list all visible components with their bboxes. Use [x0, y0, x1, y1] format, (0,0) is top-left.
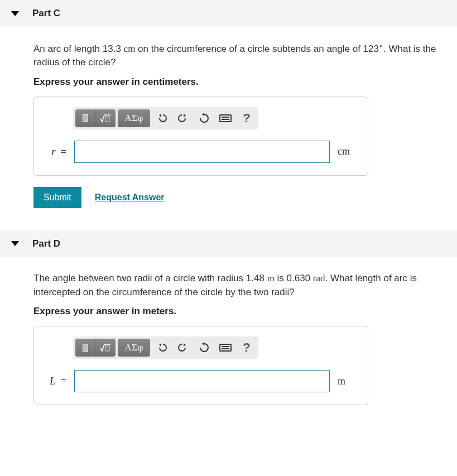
template-rect-icon[interactable]: [75, 109, 95, 127]
part-c-body: An arc of length 13.3 cm on the circumfe…: [0, 27, 457, 230]
help-icon[interactable]: ?: [236, 109, 257, 127]
template-rect-icon[interactable]: [75, 339, 95, 357]
request-answer-link[interactable]: Request Answer: [95, 193, 165, 203]
svg-rect-0: [105, 117, 109, 122]
part-d-body: The angle between two radii of a circle …: [0, 257, 457, 422]
greek-group: ΑΣφ: [118, 339, 150, 357]
templates-group: [75, 109, 116, 127]
action-row: Submit Request Answer: [33, 187, 440, 208]
answer-row: r = cm: [44, 141, 358, 163]
variable-label: L =: [44, 375, 66, 387]
instruction-text: Express your answer in meters.: [33, 306, 440, 317]
templates-group: [75, 339, 116, 357]
greek-symbols-button[interactable]: ΑΣφ: [118, 339, 150, 357]
answer-box: ΑΣφ ? L = m: [33, 326, 368, 405]
template-sqrt-icon[interactable]: [95, 109, 116, 127]
greek-group: ΑΣφ: [118, 109, 150, 127]
unit-label: m: [338, 376, 358, 387]
reset-icon[interactable]: [194, 339, 215, 357]
greek-symbols-button[interactable]: ΑΣφ: [118, 109, 150, 127]
question-text: An arc of length 13.3 cm on the circumfe…: [33, 41, 440, 70]
equation-toolbar: ΑΣφ ?: [73, 107, 258, 129]
submit-button[interactable]: Submit: [33, 187, 81, 208]
answer-input[interactable]: [74, 370, 330, 392]
undo-icon[interactable]: [151, 339, 172, 357]
part-d-header[interactable]: Part D: [0, 230, 457, 257]
keyboard-icon[interactable]: [215, 339, 236, 357]
part-c-header[interactable]: Part C: [0, 0, 457, 27]
reset-icon[interactable]: [194, 109, 215, 127]
help-icon[interactable]: ?: [236, 339, 257, 357]
unit-label: cm: [338, 146, 358, 157]
redo-icon[interactable]: [172, 339, 194, 357]
part-title: Part C: [32, 8, 60, 19]
variable-label: r =: [44, 146, 66, 158]
answer-input[interactable]: [74, 141, 330, 163]
equation-toolbar: ΑΣφ ?: [73, 336, 258, 359]
template-sqrt-icon[interactable]: [95, 339, 116, 357]
part-title: Part D: [32, 238, 60, 249]
answer-row: L = m: [44, 370, 358, 392]
svg-rect-1: [105, 346, 109, 351]
chevron-down-icon: [11, 11, 19, 16]
question-text: The angle between two radii of a circle …: [33, 272, 440, 299]
chevron-down-icon: [11, 241, 19, 246]
keyboard-icon[interactable]: [215, 109, 236, 127]
instruction-text: Express your answer in centimeters.: [33, 76, 440, 88]
answer-box: ΑΣφ ? r = cm: [33, 97, 368, 176]
redo-icon[interactable]: [172, 109, 194, 127]
undo-icon[interactable]: [151, 109, 172, 127]
